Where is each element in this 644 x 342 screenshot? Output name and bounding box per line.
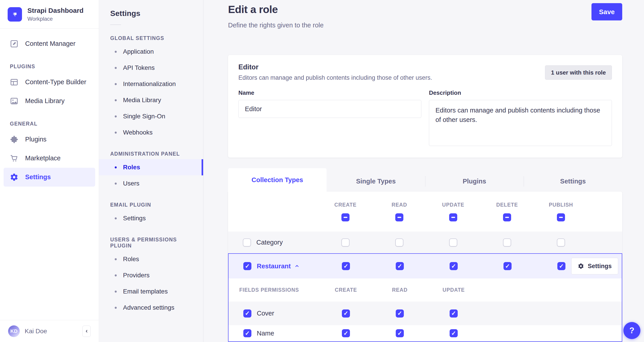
subnav-item-media-library[interactable]: Media Library: [99, 92, 203, 108]
sidebar-item-content-type-builder[interactable]: Content-Type Builder: [4, 73, 95, 92]
row-label: Name: [257, 330, 274, 337]
category-update-checkbox[interactable]: [449, 238, 457, 247]
permissions-tabs: Collection Types Single Types Plugins Se…: [228, 168, 622, 192]
sidebar-item-settings[interactable]: Settings: [4, 168, 95, 187]
row-label[interactable]: Category: [256, 239, 283, 246]
bullet-icon: [115, 290, 117, 293]
category-create-checkbox[interactable]: [342, 238, 350, 247]
restaurant-delete-checkbox[interactable]: [504, 262, 512, 270]
settings-subnav: Settings GLOBAL SETTINGS Application API…: [99, 0, 203, 342]
cover-create-checkbox[interactable]: [342, 309, 350, 317]
sidebar-item-plugins[interactable]: Plugins: [4, 130, 95, 149]
restaurant-create-checkbox[interactable]: [342, 262, 350, 270]
subnav-item-roles-admin[interactable]: Roles: [99, 159, 203, 175]
chevron-left-icon: [84, 329, 89, 333]
cover-row-checkbox[interactable]: [243, 309, 252, 317]
restaurant-read-checkbox[interactable]: [396, 262, 404, 270]
select-all-delete-checkbox[interactable]: [503, 213, 511, 221]
avatar[interactable]: KD: [8, 325, 20, 337]
tab-plugins[interactable]: Plugins: [425, 171, 524, 192]
sidebar-item-label: Content-Type Builder: [25, 78, 86, 86]
puzzle-icon: [10, 135, 18, 144]
users-with-role-button[interactable]: 1 user with this role: [545, 65, 612, 80]
tab-settings[interactable]: Settings: [524, 171, 622, 192]
question-icon: ?: [630, 326, 634, 335]
save-button[interactable]: Save: [592, 3, 622, 21]
sidebar-item-media-library[interactable]: Media Library: [4, 92, 95, 111]
fields-permissions-heading: FIELDS PERMISSIONS: [239, 287, 299, 293]
bullet-icon: [115, 115, 117, 117]
subnav-item-webhooks[interactable]: Webhooks: [99, 124, 203, 141]
category-read-checkbox[interactable]: [395, 238, 403, 247]
restaurant-publish-checkbox[interactable]: [557, 262, 566, 270]
sidebar-item-label: Plugins: [25, 136, 46, 143]
page-header: Edit a role Define the rights given to t…: [228, 0, 622, 29]
subnav-title: Settings: [99, 9, 203, 18]
subnav-heading-email-plugin: EMAIL PLUGIN: [99, 202, 203, 208]
subnav-item-internationalization[interactable]: Internationalization: [99, 76, 203, 92]
fields-column-update: UPDATE: [443, 287, 465, 293]
bullet-icon: [115, 274, 117, 276]
page-title: Edit a role: [228, 3, 324, 16]
bullet-icon: [115, 307, 117, 309]
category-row-checkbox[interactable]: [243, 238, 251, 247]
bullet-icon: [115, 67, 117, 69]
role-description-input[interactable]: Editors can manage and publish contents …: [429, 100, 612, 146]
select-all-update-checkbox[interactable]: [449, 213, 457, 221]
row-label: Cover: [257, 310, 274, 317]
cover-update-checkbox[interactable]: [450, 309, 458, 317]
name-row-checkbox[interactable]: [243, 329, 252, 337]
subnav-item-email-settings[interactable]: Settings: [99, 210, 203, 226]
bullet-icon: [115, 51, 117, 53]
app-root: Strapi Dashboard Workplace Content Manag…: [0, 0, 644, 342]
role-details-card: Editor Editors can manage and publish co…: [228, 55, 622, 158]
subnav-item-advanced-settings[interactable]: Advanced settings: [99, 299, 203, 316]
workspace-brand[interactable]: Strapi Dashboard Workplace: [0, 0, 99, 29]
subnav-item-email-templates[interactable]: Email templates: [99, 283, 203, 299]
image-icon: [10, 97, 18, 105]
subnav-item-users[interactable]: Users: [99, 175, 203, 192]
subnav-item-application[interactable]: Application: [99, 44, 203, 60]
select-all-publish-checkbox[interactable]: [557, 213, 565, 221]
row-label: Restaurant: [257, 262, 291, 270]
category-publish-checkbox[interactable]: [557, 238, 565, 247]
tab-single-types[interactable]: Single Types: [326, 171, 425, 192]
restaurant-row-toggle[interactable]: Restaurant: [257, 262, 300, 270]
bullet-icon: [115, 166, 117, 168]
subnav-item-single-sign-on[interactable]: Single Sign-On: [99, 108, 203, 124]
chevron-up-icon: [294, 264, 300, 268]
bullet-icon: [115, 217, 117, 219]
tab-collection-types[interactable]: Collection Types: [228, 168, 326, 192]
description-label: Description: [429, 89, 612, 96]
restaurant-row-checkbox[interactable]: [243, 262, 252, 270]
table-row-category: Category: [228, 231, 622, 253]
sidebar-footer: KD Kai Doe: [0, 320, 99, 342]
category-delete-checkbox[interactable]: [503, 238, 511, 247]
gear-icon: [578, 263, 584, 269]
help-button[interactable]: ?: [623, 322, 640, 339]
subnav-item-roles-up[interactable]: Roles: [99, 251, 203, 267]
divider: [110, 25, 121, 25]
table-row-name: Name: [228, 325, 622, 341]
select-all-read-checkbox[interactable]: [395, 213, 403, 221]
nav-section-heading-general: GENERAL: [0, 121, 99, 127]
select-all-create-checkbox[interactable]: [342, 213, 350, 221]
collapse-sidebar-button[interactable]: [82, 325, 91, 337]
cart-icon: [10, 154, 18, 163]
subnav-item-providers[interactable]: Providers: [99, 267, 203, 283]
sidebar-item-content-manager[interactable]: Content Manager: [4, 34, 95, 53]
column-header-read: READ: [392, 202, 407, 208]
restaurant-settings-button[interactable]: Settings: [571, 258, 618, 274]
name-read-checkbox[interactable]: [396, 329, 404, 337]
column-header-update: UPDATE: [442, 202, 464, 208]
name-create-checkbox[interactable]: [342, 329, 350, 337]
cover-read-checkbox[interactable]: [396, 309, 404, 317]
name-update-checkbox[interactable]: [450, 329, 458, 337]
subnav-item-api-tokens[interactable]: API Tokens: [99, 60, 203, 76]
restaurant-update-checkbox[interactable]: [450, 262, 458, 270]
sidebar-item-label: Marketplace: [25, 155, 60, 162]
sidebar-item-marketplace[interactable]: Marketplace: [4, 149, 95, 168]
main-sidebar: Strapi Dashboard Workplace Content Manag…: [0, 0, 99, 342]
role-name-input[interactable]: [238, 100, 421, 118]
main-nav-list: Content Manager PLUGINS Content-Type Bui…: [0, 29, 99, 320]
